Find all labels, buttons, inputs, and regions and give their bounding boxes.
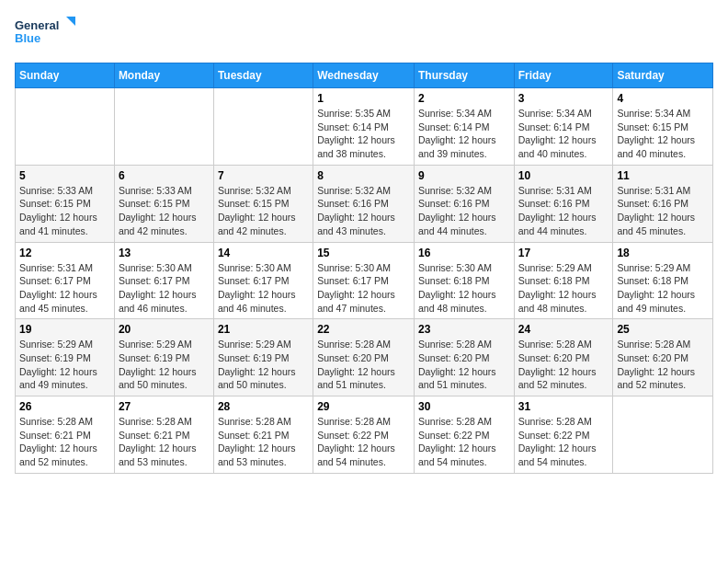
weekday-header-tuesday: Tuesday <box>213 63 313 88</box>
day-info: Sunrise: 5:28 AM Sunset: 6:22 PM Dayligh… <box>317 415 410 469</box>
day-info: Sunrise: 5:29 AM Sunset: 6:18 PM Dayligh… <box>617 261 709 316</box>
day-info: Sunrise: 5:28 AM Sunset: 6:21 PM Dayligh… <box>19 415 110 469</box>
day-info: Sunrise: 5:30 AM Sunset: 6:17 PM Dayligh… <box>119 261 210 316</box>
day-info: Sunrise: 5:33 AM Sunset: 6:15 PM Dayligh… <box>19 184 110 238</box>
page-header: General Blue <box>15 15 713 52</box>
calendar-cell <box>114 88 213 166</box>
calendar-cell: 3Sunrise: 5:34 AM Sunset: 6:14 PM Daylig… <box>514 88 613 166</box>
day-number: 18 <box>617 247 709 259</box>
day-info: Sunrise: 5:28 AM Sunset: 6:20 PM Dayligh… <box>418 338 510 392</box>
svg-text:General: General <box>15 18 59 32</box>
day-info: Sunrise: 5:29 AM Sunset: 6:18 PM Dayligh… <box>518 261 609 316</box>
day-number: 4 <box>617 92 709 105</box>
calendar-cell: 15Sunrise: 5:30 AM Sunset: 6:17 PM Dayli… <box>313 242 415 319</box>
calendar-cell: 13Sunrise: 5:30 AM Sunset: 6:17 PM Dayli… <box>114 242 213 319</box>
calendar-cell: 17Sunrise: 5:29 AM Sunset: 6:18 PM Dayli… <box>514 242 613 319</box>
calendar-cell: 29Sunrise: 5:28 AM Sunset: 6:22 PM Dayli… <box>313 396 415 474</box>
day-number: 20 <box>119 323 210 336</box>
weekday-header-sunday: Sunday <box>16 63 115 88</box>
svg-marker-2 <box>66 17 75 26</box>
calendar-cell: 23Sunrise: 5:28 AM Sunset: 6:20 PM Dayli… <box>414 319 514 396</box>
weekday-header-row: SundayMondayTuesdayWednesdayThursdayFrid… <box>16 63 713 88</box>
logo-svg: General Blue <box>15 15 79 52</box>
day-info: Sunrise: 5:32 AM Sunset: 6:16 PM Dayligh… <box>418 184 510 238</box>
day-number: 29 <box>317 400 410 413</box>
day-number: 21 <box>218 323 309 336</box>
calendar-week-4: 19Sunrise: 5:29 AM Sunset: 6:19 PM Dayli… <box>16 319 713 396</box>
day-info: Sunrise: 5:34 AM Sunset: 6:14 PM Dayligh… <box>518 107 609 161</box>
logo: General Blue <box>15 15 79 52</box>
day-number: 15 <box>317 247 410 259</box>
day-info: Sunrise: 5:35 AM Sunset: 6:14 PM Dayligh… <box>317 107 410 161</box>
day-number: 11 <box>617 169 709 182</box>
weekday-header-saturday: Saturday <box>613 63 713 88</box>
calendar-cell: 6Sunrise: 5:33 AM Sunset: 6:15 PM Daylig… <box>114 165 213 242</box>
day-info: Sunrise: 5:31 AM Sunset: 6:16 PM Dayligh… <box>518 184 609 238</box>
day-number: 1 <box>317 92 410 105</box>
svg-text:Blue: Blue <box>15 31 40 45</box>
day-number: 26 <box>19 400 110 413</box>
calendar-cell: 14Sunrise: 5:30 AM Sunset: 6:17 PM Dayli… <box>213 242 313 319</box>
day-info: Sunrise: 5:30 AM Sunset: 6:17 PM Dayligh… <box>218 261 309 316</box>
day-number: 28 <box>218 400 309 413</box>
day-info: Sunrise: 5:28 AM Sunset: 6:20 PM Dayligh… <box>617 338 709 392</box>
day-info: Sunrise: 5:28 AM Sunset: 6:22 PM Dayligh… <box>418 415 510 469</box>
calendar-cell: 7Sunrise: 5:32 AM Sunset: 6:15 PM Daylig… <box>213 165 313 242</box>
day-info: Sunrise: 5:31 AM Sunset: 6:16 PM Dayligh… <box>617 184 709 238</box>
day-number: 30 <box>418 400 510 413</box>
calendar-cell: 21Sunrise: 5:29 AM Sunset: 6:19 PM Dayli… <box>213 319 313 396</box>
calendar-cell: 31Sunrise: 5:28 AM Sunset: 6:22 PM Dayli… <box>514 396 613 474</box>
day-number: 7 <box>218 169 309 182</box>
weekday-header-friday: Friday <box>514 63 613 88</box>
day-number: 13 <box>119 247 210 259</box>
day-number: 14 <box>218 247 309 259</box>
calendar-cell: 5Sunrise: 5:33 AM Sunset: 6:15 PM Daylig… <box>16 165 115 242</box>
day-number: 12 <box>19 247 110 259</box>
day-info: Sunrise: 5:31 AM Sunset: 6:17 PM Dayligh… <box>19 261 110 316</box>
day-info: Sunrise: 5:30 AM Sunset: 6:17 PM Dayligh… <box>317 261 410 316</box>
calendar-cell: 30Sunrise: 5:28 AM Sunset: 6:22 PM Dayli… <box>414 396 514 474</box>
calendar-cell <box>213 88 313 166</box>
day-number: 25 <box>617 323 709 336</box>
calendar-cell: 27Sunrise: 5:28 AM Sunset: 6:21 PM Dayli… <box>114 396 213 474</box>
calendar-cell <box>16 88 115 166</box>
day-info: Sunrise: 5:30 AM Sunset: 6:18 PM Dayligh… <box>418 261 510 316</box>
day-number: 9 <box>418 169 510 182</box>
calendar-cell: 8Sunrise: 5:32 AM Sunset: 6:16 PM Daylig… <box>313 165 415 242</box>
calendar-table: SundayMondayTuesdayWednesdayThursdayFrid… <box>15 63 713 474</box>
day-info: Sunrise: 5:33 AM Sunset: 6:15 PM Dayligh… <box>119 184 210 238</box>
calendar-cell: 26Sunrise: 5:28 AM Sunset: 6:21 PM Dayli… <box>16 396 115 474</box>
day-number: 2 <box>418 92 510 105</box>
weekday-header-monday: Monday <box>114 63 213 88</box>
weekday-header-wednesday: Wednesday <box>313 63 415 88</box>
calendar-cell: 2Sunrise: 5:34 AM Sunset: 6:14 PM Daylig… <box>414 88 514 166</box>
calendar-week-2: 5Sunrise: 5:33 AM Sunset: 6:15 PM Daylig… <box>16 165 713 242</box>
day-number: 31 <box>518 400 609 413</box>
calendar-cell: 25Sunrise: 5:28 AM Sunset: 6:20 PM Dayli… <box>613 319 713 396</box>
day-info: Sunrise: 5:28 AM Sunset: 6:20 PM Dayligh… <box>518 338 609 392</box>
calendar-cell: 22Sunrise: 5:28 AM Sunset: 6:20 PM Dayli… <box>313 319 415 396</box>
day-number: 10 <box>518 169 609 182</box>
day-number: 24 <box>518 323 609 336</box>
calendar-cell: 1Sunrise: 5:35 AM Sunset: 6:14 PM Daylig… <box>313 88 415 166</box>
weekday-header-thursday: Thursday <box>414 63 514 88</box>
calendar-cell: 28Sunrise: 5:28 AM Sunset: 6:21 PM Dayli… <box>213 396 313 474</box>
day-info: Sunrise: 5:32 AM Sunset: 6:15 PM Dayligh… <box>218 184 309 238</box>
day-number: 16 <box>418 247 510 259</box>
day-info: Sunrise: 5:28 AM Sunset: 6:20 PM Dayligh… <box>317 338 410 392</box>
calendar-cell: 12Sunrise: 5:31 AM Sunset: 6:17 PM Dayli… <box>16 242 115 319</box>
calendar-week-5: 26Sunrise: 5:28 AM Sunset: 6:21 PM Dayli… <box>16 396 713 474</box>
calendar-cell: 4Sunrise: 5:34 AM Sunset: 6:15 PM Daylig… <box>613 88 713 166</box>
calendar-cell: 18Sunrise: 5:29 AM Sunset: 6:18 PM Dayli… <box>613 242 713 319</box>
calendar-cell: 9Sunrise: 5:32 AM Sunset: 6:16 PM Daylig… <box>414 165 514 242</box>
day-number: 5 <box>19 169 110 182</box>
day-info: Sunrise: 5:29 AM Sunset: 6:19 PM Dayligh… <box>119 338 210 392</box>
day-info: Sunrise: 5:28 AM Sunset: 6:22 PM Dayligh… <box>518 415 609 469</box>
calendar-cell <box>613 396 713 474</box>
day-number: 6 <box>119 169 210 182</box>
calendar-cell: 16Sunrise: 5:30 AM Sunset: 6:18 PM Dayli… <box>414 242 514 319</box>
calendar-cell: 20Sunrise: 5:29 AM Sunset: 6:19 PM Dayli… <box>114 319 213 396</box>
calendar-cell: 11Sunrise: 5:31 AM Sunset: 6:16 PM Dayli… <box>613 165 713 242</box>
calendar-cell: 24Sunrise: 5:28 AM Sunset: 6:20 PM Dayli… <box>514 319 613 396</box>
day-info: Sunrise: 5:34 AM Sunset: 6:15 PM Dayligh… <box>617 107 709 161</box>
